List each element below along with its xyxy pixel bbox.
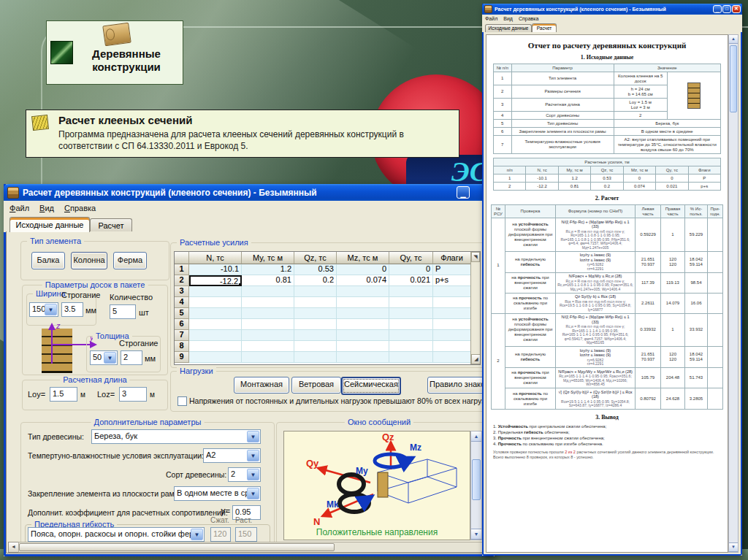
menu-help[interactable]: Справка xyxy=(64,204,96,212)
grid-corner[interactable] xyxy=(175,252,189,264)
thickness-select[interactable]: 50▼ xyxy=(90,350,118,365)
menu-view[interactable]: Вид xyxy=(39,204,54,212)
grid-cell[interactable]: 0.2 xyxy=(294,275,337,286)
grid-row-header[interactable]: 8 xyxy=(175,341,189,352)
grid-cell[interactable]: p+s xyxy=(433,275,471,286)
grid-cell[interactable] xyxy=(294,341,337,352)
tab-calculation[interactable]: Расчет xyxy=(532,23,557,32)
close-icon[interactable]: ✕ xyxy=(732,5,741,13)
grid-column-header[interactable]: Qy, тс xyxy=(389,252,433,264)
grid-column-header[interactable]: Флаги xyxy=(433,252,471,264)
grid-cell[interactable] xyxy=(294,308,337,319)
grid-cell[interactable]: 1.2 xyxy=(242,264,294,275)
grid-cell[interactable] xyxy=(337,352,389,363)
grid-cell[interactable] xyxy=(189,330,242,341)
forces-grid[interactable]: N, тсMy, тс мQz, тсMz, тс мQy, тсФлаги 1… xyxy=(174,251,481,365)
tab-input-data[interactable]: Исходные данные xyxy=(9,217,90,232)
flexibility-select[interactable]: Пояса, опорн. раскосы и опорн. стойки фе… xyxy=(28,527,205,542)
grid-column-header[interactable]: N, тс xyxy=(189,252,242,264)
grid-cell[interactable]: -10.1 xyxy=(189,264,242,275)
truss-button[interactable]: Ферма xyxy=(113,252,147,269)
menu-file[interactable]: Файл xyxy=(485,16,497,21)
chevron-down-icon[interactable]: ▼ xyxy=(247,431,259,442)
grid-row-header[interactable]: 2 xyxy=(175,275,189,286)
report-vscrollbar[interactable]: ▲ ▼ xyxy=(728,34,739,553)
grid-row-header[interactable]: 4 xyxy=(175,297,189,308)
grid-cell[interactable] xyxy=(433,341,471,352)
seismic-load-button[interactable]: Сейсмическая xyxy=(341,377,401,395)
chevron-down-icon[interactable]: ▼ xyxy=(104,352,116,364)
grade-select[interactable]: 2▼ xyxy=(228,467,261,482)
grid-cell[interactable] xyxy=(242,352,294,363)
grid-cell[interactable] xyxy=(294,297,337,308)
grid-row-header[interactable]: 3 xyxy=(175,286,189,297)
grid-cell[interactable] xyxy=(189,319,242,330)
minimize-button[interactable]: ▁ xyxy=(457,186,470,199)
count-field[interactable]: 5 xyxy=(110,304,136,319)
grid-row-header[interactable]: 5 xyxy=(175,308,189,319)
grid-cell[interactable]: 0.074 xyxy=(337,275,389,286)
grid-cell[interactable] xyxy=(389,308,433,319)
thickness-planing-field[interactable]: 2 xyxy=(121,350,142,365)
grid-cell[interactable] xyxy=(389,330,433,341)
chevron-down-icon[interactable]: ▼ xyxy=(247,488,259,499)
grid-cell[interactable]: 0.021 xyxy=(389,275,433,286)
grid-column-header[interactable]: My, тс м xyxy=(242,252,294,264)
chevron-down-icon[interactable]: ▼ xyxy=(45,304,57,315)
main-hscrollbar[interactable] xyxy=(18,542,484,553)
grid-row-header[interactable]: 7 xyxy=(175,330,189,341)
grid-cell[interactable] xyxy=(189,297,242,308)
grid-cell[interactable] xyxy=(337,341,389,352)
long-term-loads-checkbox[interactable] xyxy=(178,396,187,406)
tab-calculation[interactable]: Расчет xyxy=(90,218,132,232)
grid-cell[interactable] xyxy=(294,319,337,330)
grid-cell[interactable] xyxy=(189,308,242,319)
loz-field[interactable]: 3 xyxy=(119,387,147,402)
minimize-button[interactable]: ▁ xyxy=(713,5,722,13)
grid-cell[interactable] xyxy=(242,286,294,297)
messages-vscrollbar[interactable]: ▲▼ xyxy=(470,431,482,540)
grid-cell[interactable] xyxy=(433,308,471,319)
tab-input-data[interactable]: Исходные данные xyxy=(485,24,532,32)
grid-cell[interactable] xyxy=(189,352,242,363)
chevron-down-icon[interactable]: ▼ xyxy=(191,529,203,540)
grid-cell[interactable] xyxy=(389,319,433,330)
grid-cell[interactable] xyxy=(337,286,389,297)
grid-cell[interactable] xyxy=(433,330,471,341)
grid-cell[interactable]: 0 xyxy=(389,264,433,275)
beam-button[interactable]: Балка xyxy=(31,252,65,269)
forces-grid-scrollbar[interactable]: ◥◢ xyxy=(470,252,480,364)
grid-cell[interactable] xyxy=(389,352,433,363)
grid-cell[interactable] xyxy=(433,297,471,308)
grid-cell[interactable] xyxy=(389,286,433,297)
grid-cell[interactable] xyxy=(337,297,389,308)
grid-row-header[interactable]: 6 xyxy=(175,319,189,330)
column-button[interactable]: Колонна xyxy=(71,252,107,269)
grid-cell[interactable] xyxy=(337,319,389,330)
grid-cell[interactable]: P xyxy=(433,264,471,275)
width-planing-field[interactable]: 3.5 xyxy=(61,302,83,317)
bracing-select[interactable]: В одном месте в среди▼ xyxy=(174,486,261,501)
grid-cell[interactable] xyxy=(433,286,471,297)
grid-row-header[interactable]: 1 xyxy=(175,264,189,275)
grid-column-header[interactable]: Qz, тс xyxy=(294,252,337,264)
conditions-select[interactable]: A2▼ xyxy=(203,448,261,463)
grid-row-header[interactable]: 9 xyxy=(175,352,189,363)
chevron-down-icon[interactable]: ▼ xyxy=(247,469,259,480)
menu-view[interactable]: Вид xyxy=(503,16,513,21)
grid-cell[interactable] xyxy=(294,330,337,341)
menu-file[interactable]: Файл xyxy=(9,204,29,212)
grid-cell[interactable] xyxy=(337,330,389,341)
chevron-down-icon[interactable]: ▼ xyxy=(247,450,259,461)
grid-cell[interactable] xyxy=(242,297,294,308)
grid-cell[interactable] xyxy=(433,319,471,330)
grid-cell[interactable] xyxy=(242,330,294,341)
maximize-button[interactable]: □ xyxy=(722,5,731,13)
hscroll-left-button[interactable]: ◄ xyxy=(8,542,19,553)
grid-cell[interactable] xyxy=(389,341,433,352)
grid-cell[interactable] xyxy=(242,341,294,352)
grid-cell[interactable] xyxy=(189,286,242,297)
grid-cell[interactable] xyxy=(389,297,433,308)
grid-cell[interactable] xyxy=(433,352,471,363)
grid-cell[interactable]: -12.2 xyxy=(189,275,242,286)
